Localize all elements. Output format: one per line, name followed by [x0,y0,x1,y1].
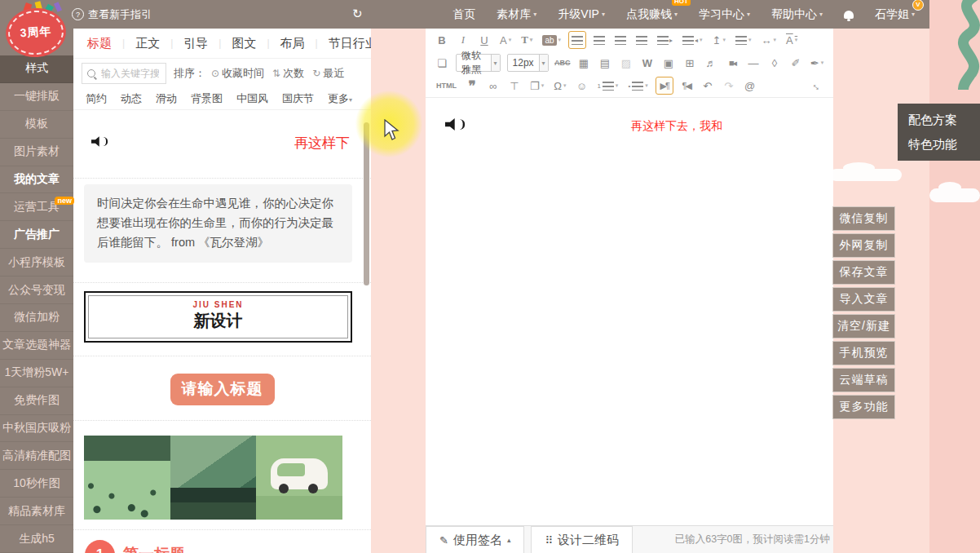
action-button[interactable]: 保存文章 [832,260,895,285]
align-center-button[interactable] [591,32,607,48]
sidebar-item[interactable]: 运营工具new [0,193,73,221]
title-placeholder-button[interactable]: 请输入标题 [170,374,275,405]
action-button[interactable]: 外网复制 [832,233,895,258]
insert-video-button[interactable]: ■◂ [724,55,740,71]
filter-chip[interactable]: 简约 [86,91,107,106]
underline-button[interactable]: U [476,32,492,48]
image-disabled-button[interactable]: ▨ [618,55,634,71]
text-format-button[interactable]: T▾ [519,32,535,48]
font-color-button[interactable]: A▾ [497,32,514,48]
style-tab[interactable]: 标题 [77,36,122,51]
sidebar-item[interactable]: 广告推广 [0,221,73,249]
sort-option[interactable]: ⊙收藏时间 [211,66,264,81]
style-card-quote[interactable]: 时间决定你会在生命中遇见谁，你的心决定你想要谁出现在你的生命里，而你的行为决定最… [84,184,352,263]
topnav-item-6[interactable]: 帮助中心▾ [771,7,823,22]
style-panel-scrollbar[interactable] [364,122,369,285]
paragraph-spacing-button[interactable]: ↥▾ [710,32,728,48]
style-card-images[interactable] [84,436,352,520]
sidebar-item[interactable]: 高清精准配图 [0,442,73,470]
special-char-button[interactable]: Ω▾ [551,77,568,94]
paragraph-rtl-button[interactable]: ¶◀ [678,77,695,94]
filter-chip[interactable]: 动态 [121,91,142,106]
signature-button[interactable]: ✎ 使用签名 ▴ [426,526,524,553]
canvas-text[interactable]: 再这样下去，我和 [631,119,722,134]
style-tab[interactable]: 图文 [221,36,267,51]
image-library-button[interactable]: ⊞ [682,55,698,71]
bell-icon[interactable] [844,11,854,19]
bold-button[interactable]: B [434,32,450,48]
line-height-button[interactable]: ▾ [733,32,754,48]
strikethrough-button[interactable]: ABC [554,55,571,71]
sidebar-item[interactable]: 生成h5 [0,525,73,553]
align-left-button[interactable] [568,31,586,49]
topnav-item-1[interactable]: 首页 [452,7,475,22]
sort-option[interactable]: ⇅次数 [272,66,304,81]
style-tab[interactable]: 节日行业 [318,36,371,51]
sidebar-item[interactable]: 1天增粉5W+ [0,360,73,387]
style-tab[interactable]: 引导 [173,36,219,51]
topnav-item-5[interactable]: 学习中心▾ [699,7,750,22]
font-family-select[interactable]: 微软雅黑▾ [456,54,501,72]
sidebar-item[interactable]: 微信加粉 [0,304,73,332]
action-button[interactable]: 更多功能 [832,395,895,419]
emoji-button[interactable]: ☺ [573,77,589,94]
text-direction-button[interactable]: A▾ [784,32,800,48]
action-button[interactable]: 云端草稿 [832,368,895,392]
align-justify-button[interactable] [633,32,650,48]
sidebar-item[interactable]: 我的文章 [0,166,73,194]
italic-button[interactable]: I [455,32,471,48]
sidebar-item[interactable]: 精品素材库 [0,498,73,525]
filter-chip[interactable]: 中国风 [236,91,268,106]
font-size-select[interactable]: 12px▾ [507,54,549,72]
topnav-item-4[interactable]: 点我赚钱▾HOT [626,7,678,22]
topnav-item-3[interactable]: 升级VIP▾ [558,7,605,22]
redo-button[interactable]: ↷ [721,77,737,94]
feature-menu-item[interactable]: 配色方案 [898,108,980,132]
undo-button[interactable]: ↶ [700,77,716,94]
mountain-image[interactable] [170,436,257,520]
van-image[interactable] [256,436,342,520]
action-button[interactable]: 导入文章 [832,287,895,312]
user-menu[interactable]: 石学姐▾V [875,7,915,22]
action-button[interactable]: 清空/新建 [832,314,895,338]
sidebar-item[interactable]: 文章选题神器 [0,332,73,360]
ordered-list-button[interactable]: 1▾ [594,77,620,94]
horizontal-rule-button[interactable]: — [745,55,761,71]
filter-chip[interactable]: 国庆节 [282,91,314,106]
action-button[interactable]: 微信复制 [832,206,895,231]
sidebar-item[interactable]: 公众号变现 [0,276,73,304]
insert-music-button[interactable]: ♬ [703,55,719,71]
new-document-button[interactable]: ❏ [434,55,450,71]
letter-spacing-button[interactable]: ↔▾ [759,32,779,48]
qrcode-button[interactable]: ⠿ 设计二维码 [531,526,633,553]
search-box[interactable] [82,63,166,84]
feature-menu-item[interactable]: 特色功能 [898,132,980,157]
style-card-heading[interactable]: 1 第一标题 [73,540,371,553]
insert-container-button[interactable]: ❐▾ [528,77,546,94]
unordered-list-button[interactable]: •▾ [625,77,650,94]
sidebar-item[interactable]: 10秒作图 [0,470,73,498]
style-card-design[interactable]: JIU SHEN 新设计 [84,291,352,343]
text-template-button[interactable]: ⊤ [506,77,523,94]
style-tab[interactable]: 正文 [125,36,170,51]
mention-button[interactable]: @ [742,77,758,94]
action-button[interactable]: 手机预览 [832,341,895,365]
filter-chip[interactable]: 滑动 [156,91,177,106]
sidebar-item[interactable]: 样式 [0,55,73,83]
insert-table-button[interactable]: ▦ [576,55,592,71]
sort-option[interactable]: ↻最近 [312,66,344,81]
align-right-button[interactable] [612,32,629,48]
indent-button[interactable]: ▸ [655,32,675,48]
import-word-button[interactable]: W [639,55,656,71]
sidebar-item[interactable]: 图片素材 [0,139,73,166]
insert-image-button[interactable]: ▣ [660,55,677,71]
style-card-audio[interactable]: 再这样下 [73,109,371,179]
background-color-button[interactable]: ab▾ [540,32,563,48]
style-tab[interactable]: 布局 [270,36,316,51]
newbie-guide-link[interactable]: ? 查看新手指引 [72,7,152,22]
sidebar-item[interactable]: 小程序模板 [0,249,73,276]
fullscreen-button[interactable]: ↔ [809,77,825,94]
filter-chip-more[interactable]: 更多▾ [328,91,352,106]
blockquote-button[interactable]: ❞ [464,77,480,94]
refresh-icon[interactable]: ↻ [352,7,363,21]
